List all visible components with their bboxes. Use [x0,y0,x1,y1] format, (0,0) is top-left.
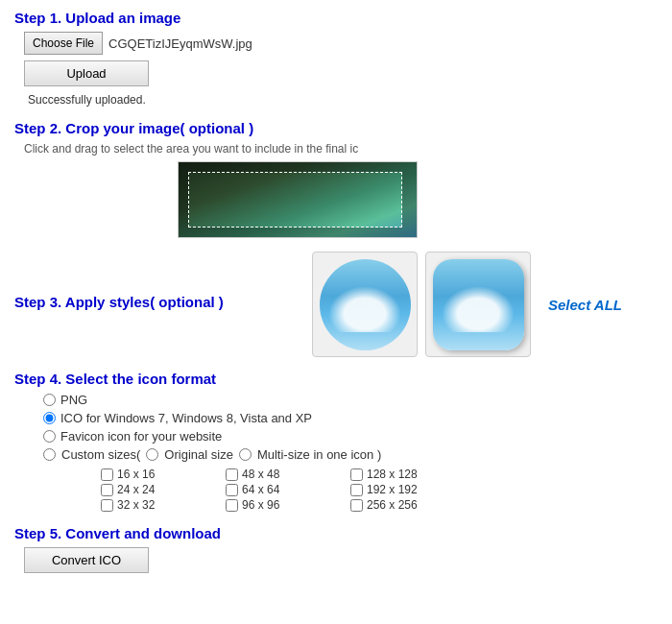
format-options: PNG ICO for Windows 7, Windows 8, Vista … [43,393,658,512]
format-label-ico: ICO for Windows 7, Windows 8, Vista and … [60,411,312,425]
size-item-256: 256 x 256 [350,498,494,512]
sky-background [320,259,411,350]
step4-title: Step 4. Select the icon format [14,371,658,387]
sizes-grid: 16 x 16 48 x 48 128 x 128 24 x 24 64 x 6… [101,468,658,512]
size-checkbox-24[interactable] [101,484,113,496]
size-item-24: 24 x 24 [101,483,226,496]
file-row: Choose File CGQETizIJEyqmWsW.jpg [24,32,658,55]
size-item-96: 96 x 96 [226,498,350,512]
original-size-radio[interactable] [146,448,158,461]
size-item-192: 192 x 192 [350,483,494,496]
cloud-overlay-2 [442,286,515,332]
format-radio-ico[interactable] [43,412,56,424]
size-item-16: 16 x 16 [101,468,226,481]
upload-success-message: Successfully uploaded. [28,93,146,107]
size-label-16: 16 x 16 [117,468,155,481]
format-row-favicon: Favicon icon for your website [43,429,658,444]
style-previews: Select ALL [312,252,622,357]
multisize-radio[interactable] [239,448,252,461]
step3-title: Step 3. Apply styles( optional ) [14,294,302,310]
format-radio-png[interactable] [43,394,56,406]
circle-preview [320,259,411,350]
step2-title: Step 2. Crop your image( optional ) [14,120,658,136]
size-item-48: 48 x 48 [226,468,350,481]
size-checkbox-256[interactable] [350,499,363,512]
format-radio-custom[interactable] [43,448,56,461]
size-label-256: 256 x 256 [367,498,418,512]
size-label-64: 64 x 64 [242,483,279,496]
size-label-24: 24 x 24 [117,483,155,496]
size-item-32: 32 x 32 [101,498,226,512]
multisize-label: Multi-size in one icon ) [257,447,381,462]
format-row-ico: ICO for Windows 7, Windows 8, Vista and … [43,411,658,425]
format-radio-favicon[interactable] [43,430,56,443]
size-checkbox-16[interactable] [101,468,113,481]
sky-background-2 [433,259,524,350]
crop-image-container[interactable] [178,161,418,238]
size-checkbox-192[interactable] [350,484,363,496]
step5-section: Step 5. Convert and download Convert ICO [14,525,658,573]
step3-section: Step 3. Apply styles( optional ) Sel [14,252,658,357]
format-label-png: PNG [60,393,87,407]
style-icon-circle[interactable] [312,252,418,357]
size-checkbox-128[interactable] [350,468,363,481]
step3-row: Step 3. Apply styles( optional ) Sel [14,252,658,357]
upload-button[interactable]: Upload [24,60,149,86]
style-icon-rounded[interactable] [425,252,531,357]
convert-button[interactable]: Convert ICO [24,547,149,573]
choose-file-button[interactable]: Choose File [24,32,103,55]
select-all-link[interactable]: Select ALL [548,297,622,313]
step2-section: Step 2. Crop your image( optional ) Clic… [14,120,658,238]
size-label-96: 96 x 96 [242,498,279,512]
rounded-preview [433,259,524,350]
step1-title: Step 1. Upload an image [14,10,658,26]
crop-selection-overlay [188,172,402,228]
crop-instruction: Click and drag to select the area you wa… [24,142,658,156]
size-label-192: 192 x 192 [367,483,418,496]
cloud-overlay [328,286,401,332]
size-item-64: 64 x 64 [226,483,350,496]
size-checkbox-32[interactable] [101,499,113,512]
format-label-favicon: Favicon icon for your website [60,429,222,444]
format-label-custom: Custom sizes( [61,447,140,462]
format-row-png: PNG [43,393,658,407]
step4-section: Step 4. Select the icon format PNG ICO f… [14,371,658,512]
step1-section: Step 1. Upload an image Choose File CGQE… [14,10,658,107]
size-label-32: 32 x 32 [117,498,155,512]
step3-title-col: Step 3. Apply styles( optional ) [14,294,302,316]
size-checkbox-48[interactable] [226,468,238,481]
file-name-display: CGQETizIJEyqmWsW.jpg [108,36,252,51]
size-label-48: 48 x 48 [242,468,279,481]
size-label-128: 128 x 128 [367,468,418,481]
step5-title: Step 5. Convert and download [14,525,658,541]
size-item-128: 128 x 128 [350,468,494,481]
format-row-custom: Custom sizes( Original size Multi-size i… [43,447,658,462]
size-checkbox-96[interactable] [226,499,238,512]
size-checkbox-64[interactable] [226,484,238,496]
original-size-label: Original size [164,447,233,462]
